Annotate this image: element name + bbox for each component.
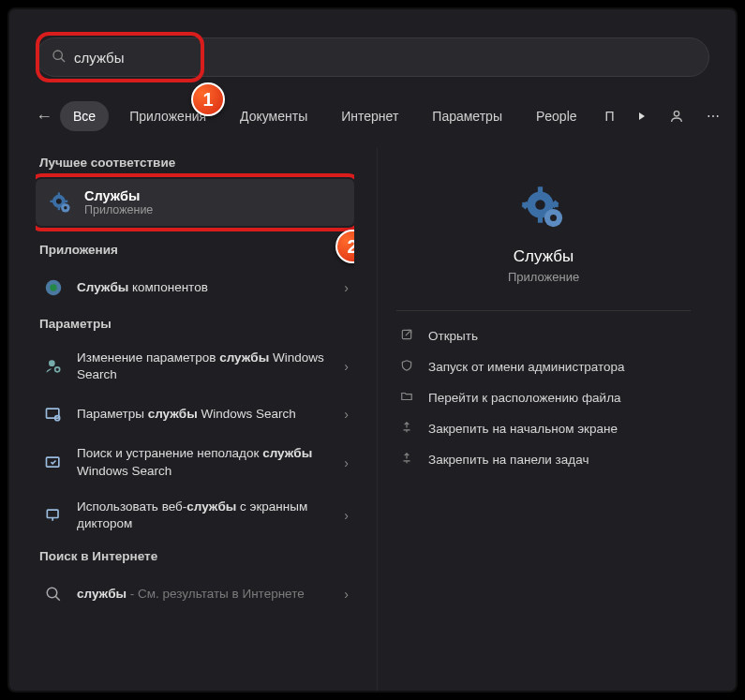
svg-rect-18	[47, 457, 59, 467]
svg-point-20	[47, 588, 57, 599]
svg-rect-16	[47, 410, 59, 419]
search-input[interactable]	[74, 50, 693, 66]
result-setting-item[interactable]: Поиск и устранение неполадок службы Wind…	[36, 436, 354, 488]
tab-people[interactable]: People	[523, 101, 590, 131]
search-box[interactable]	[36, 37, 709, 77]
svg-line-1	[61, 58, 65, 62]
more-icon[interactable]: ⋯	[699, 101, 729, 131]
tab-overflow[interactable]: П	[598, 101, 622, 131]
svg-line-21	[55, 597, 60, 602]
svg-point-15	[55, 367, 60, 372]
action-pin-start[interactable]: Закрепить на начальном экране	[378, 413, 709, 444]
svg-rect-7	[58, 207, 60, 211]
chevron-right-icon: ›	[344, 280, 349, 295]
action-open[interactable]: Открыть	[378, 320, 709, 351]
result-setting-item[interactable]: Использовать веб-службы с экранным дикто…	[36, 489, 354, 542]
svg-point-31	[550, 215, 557, 221]
svg-rect-6	[58, 193, 60, 197]
pin-icon	[400, 452, 415, 468]
tabs-row: ← Все Приложения Документы Интернет Пара…	[36, 96, 709, 137]
svg-rect-9	[51, 201, 54, 202]
action-label: Запуск от имени администратора	[428, 360, 625, 374]
chevron-right-icon: ›	[344, 587, 349, 602]
annotation-highlight-2	[36, 173, 354, 231]
best-match-item[interactable]: Службы Приложение	[36, 179, 354, 226]
search-icon	[52, 49, 67, 67]
narrator-icon	[41, 503, 66, 528]
tab-next-icon[interactable]	[630, 101, 654, 131]
result-label: Службы компонентов	[77, 279, 333, 296]
svg-rect-25	[538, 216, 543, 223]
pin-icon	[400, 421, 415, 437]
result-label: службы - См. результаты в Интернете	[77, 586, 333, 603]
tab-apps[interactable]: Приложения	[116, 101, 219, 131]
account-icon[interactable]	[662, 101, 692, 131]
back-button[interactable]: ←	[36, 101, 52, 131]
svg-point-11	[64, 206, 67, 210]
search-row	[36, 37, 709, 77]
result-label: Параметры службы Windows Search	[77, 406, 333, 423]
action-label: Закрепить на панели задач	[428, 453, 589, 467]
gear-icon	[517, 182, 570, 234]
divider	[396, 310, 691, 311]
section-settings: Параметры	[39, 317, 354, 331]
svg-point-3	[674, 112, 678, 116]
results-panel: Лучшее соответствие Службы Приложение	[36, 148, 354, 691]
preview-title: Службы	[378, 247, 709, 266]
svg-rect-24	[538, 186, 543, 193]
action-label: Открыть	[428, 329, 478, 343]
best-match-title: Службы	[84, 188, 153, 203]
result-label: Поиск и устранение неполадок службы Wind…	[77, 445, 333, 479]
shield-icon	[400, 359, 415, 375]
svg-point-14	[49, 361, 55, 367]
best-match-text: Службы Приложение	[84, 188, 153, 216]
gear-icon	[47, 189, 73, 216]
preview-subtitle: Приложение	[378, 270, 709, 284]
tab-internet[interactable]: Интернет	[328, 101, 411, 131]
result-label: Использовать веб-службы с экранным дикто…	[77, 499, 333, 532]
preview-panel: Службы Приложение Открыть Запуск от имен…	[377, 148, 709, 691]
tab-settings[interactable]: Параметры	[419, 101, 515, 131]
result-setting-item[interactable]: Параметры службы Windows Search ›	[36, 393, 354, 436]
tab-all[interactable]: Все	[60, 101, 109, 131]
action-pin-taskbar[interactable]: Закрепить на панели задач	[378, 444, 709, 475]
result-app-item[interactable]: Службы компонентов ›	[36, 266, 354, 309]
svg-rect-8	[65, 201, 68, 202]
user-search-icon	[41, 354, 66, 379]
section-apps: Приложения	[39, 243, 354, 257]
search-icon	[41, 582, 66, 606]
result-setting-item[interactable]: Изменение параметров службы Windows Sear…	[36, 340, 354, 393]
svg-point-5	[56, 199, 62, 204]
section-best-match: Лучшее соответствие	[39, 156, 354, 170]
chevron-right-icon: ›	[344, 359, 349, 374]
svg-point-23	[535, 200, 545, 210]
chevron-right-icon: ›	[344, 407, 349, 422]
tab-documents[interactable]: Документы	[227, 101, 320, 131]
svg-marker-2	[639, 112, 645, 120]
svg-point-13	[50, 284, 56, 290]
chevron-right-icon: ›	[344, 455, 349, 470]
action-label: Закрепить на начальном экране	[428, 422, 618, 436]
action-run-admin[interactable]: Запуск от имени администратора	[378, 351, 709, 382]
action-label: Перейти к расположению файла	[428, 391, 621, 405]
best-match-subtitle: Приложение	[84, 203, 153, 216]
component-services-icon	[41, 276, 66, 300]
folder-icon	[400, 390, 415, 406]
action-file-location[interactable]: Перейти к расположению файла	[378, 382, 709, 413]
result-label: Изменение параметров службы Windows Sear…	[77, 350, 333, 383]
chevron-right-icon: ›	[344, 508, 349, 523]
window-search-icon	[41, 402, 66, 426]
open-icon	[400, 328, 415, 344]
section-web: Поиск в Интернете	[39, 549, 354, 563]
result-web-item[interactable]: службы - См. результаты в Интернете ›	[36, 573, 354, 616]
start-menu-search: 1 ← Все Приложения Документы Интернет Па…	[7, 7, 738, 693]
svg-rect-19	[47, 510, 58, 517]
troubleshoot-icon	[41, 451, 66, 475]
svg-point-0	[53, 51, 62, 59]
